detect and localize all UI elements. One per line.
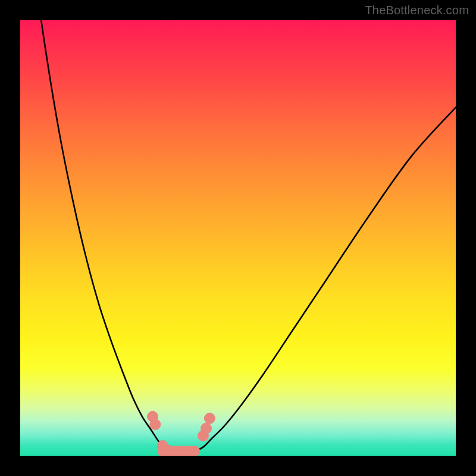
plot-gradient-background xyxy=(20,20,456,456)
outer-frame: TheBottleneck.com xyxy=(0,0,476,476)
watermark-text: TheBottleneck.com xyxy=(365,4,469,17)
